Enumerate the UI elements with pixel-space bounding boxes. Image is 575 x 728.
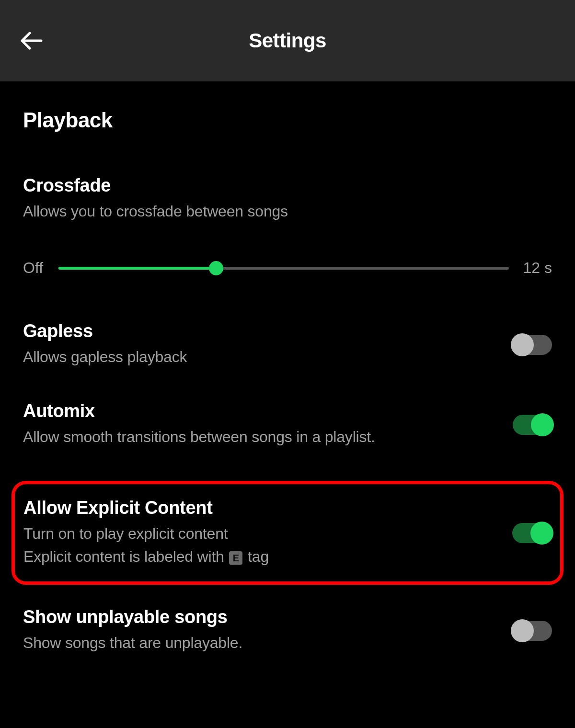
explicit-highlight-box: Allow Explicit Content Turn on to play e… <box>12 481 564 585</box>
gapless-title: Gapless <box>23 321 498 341</box>
unplayable-setting: Show unplayable songs Show songs that ar… <box>23 607 552 654</box>
page-title: Settings <box>249 29 326 52</box>
gapless-desc: Allows gapless playback <box>23 345 498 368</box>
explicit-desc-line1: Turn on to play explicit content <box>23 525 228 542</box>
crossfade-off-label: Off <box>23 259 58 277</box>
crossfade-desc: Allows you to crossfade between songs <box>23 200 538 223</box>
automix-toggle[interactable] <box>513 415 552 435</box>
toggle-knob <box>531 413 554 436</box>
content-area: Playback Crossfade Allows you to crossfa… <box>0 81 575 654</box>
explicit-toggle[interactable] <box>512 523 552 543</box>
explicit-setting: Allow Explicit Content Turn on to play e… <box>23 498 552 568</box>
unplayable-desc: Show songs that are unplayable. <box>23 631 498 654</box>
explicit-desc-line2-before: Explicit content is labeled with <box>23 548 228 565</box>
unplayable-toggle[interactable] <box>513 621 552 641</box>
crossfade-max-label: 12 s <box>509 259 552 277</box>
arrow-left-icon <box>19 30 43 51</box>
gapless-setting: Gapless Allows gapless playback <box>23 321 552 368</box>
toggle-knob <box>530 522 553 545</box>
crossfade-slider[interactable] <box>58 261 509 275</box>
unplayable-title: Show unplayable songs <box>23 607 498 627</box>
explicit-title: Allow Explicit Content <box>23 498 498 518</box>
explicit-desc-line2-after: tag <box>243 548 269 565</box>
toggle-knob <box>511 619 534 642</box>
crossfade-title: Crossfade <box>23 175 538 196</box>
section-heading-playback: Playback <box>23 108 552 132</box>
crossfade-slider-row: Off 12 s <box>23 259 552 277</box>
automix-title: Automix <box>23 401 498 421</box>
automix-desc: Allow smooth transitions between songs i… <box>23 425 498 448</box>
slider-fill <box>58 267 216 270</box>
explicit-desc: Turn on to play explicit content Explici… <box>23 522 498 568</box>
header-bar: Settings <box>0 0 575 81</box>
slider-track <box>58 267 509 270</box>
crossfade-setting: Crossfade Allows you to crossfade betwee… <box>23 175 552 277</box>
slider-thumb <box>209 261 223 275</box>
toggle-knob <box>511 333 534 356</box>
back-button[interactable] <box>18 28 44 54</box>
explicit-e-tag-icon: E <box>229 551 242 565</box>
gapless-toggle[interactable] <box>513 335 552 355</box>
automix-setting: Automix Allow smooth transitions between… <box>23 401 552 448</box>
